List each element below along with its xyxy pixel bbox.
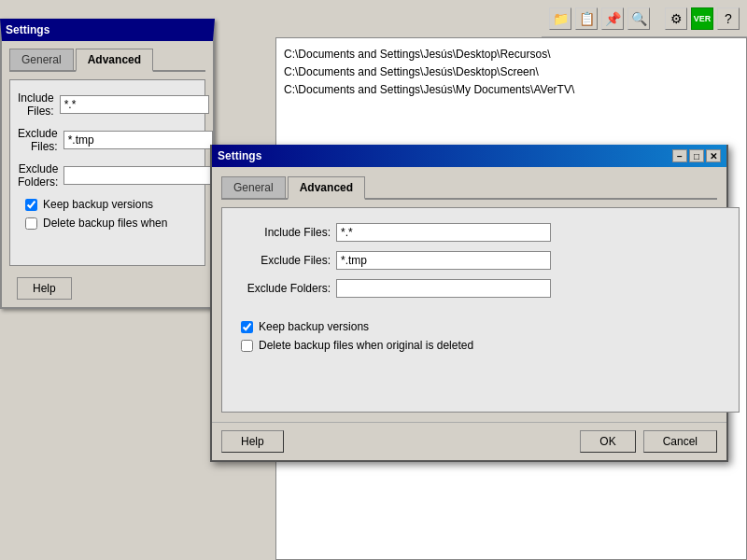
main-keep-backup-checkbox[interactable]	[241, 321, 253, 333]
main-delete-backup-checkbox[interactable]	[241, 340, 253, 352]
main-window-title: Settings	[218, 149, 261, 162]
bg-exclude-folders-row: Exclude Folders:	[18, 162, 197, 189]
main-ok-button[interactable]: OK	[580, 430, 635, 453]
main-tab-content: Include Files: Exclude Files: Exclude Fo…	[221, 207, 740, 413]
bg-keep-backup-checkbox[interactable]	[25, 199, 37, 211]
pin-icon[interactable]: 📌	[601, 7, 624, 30]
bg-tab-general[interactable]: General	[9, 49, 74, 70]
bg-exclude-folders-input[interactable]	[63, 166, 213, 185]
file-path-1: C:\Documents and Settings\Jesús\Desktop\…	[284, 46, 739, 63]
bg-tab-content: Include Files: Exclude Files: Exclude Fo…	[9, 79, 205, 266]
main-cancel-button[interactable]: Cancel	[643, 430, 717, 453]
bg-help-button[interactable]: Help	[17, 277, 72, 300]
bg-tab-advanced[interactable]: Advanced	[76, 49, 153, 72]
bg-tab-bar: General Advanced	[9, 49, 205, 72]
main-exclude-files-input[interactable]	[336, 251, 551, 270]
main-include-files-input[interactable]	[336, 223, 551, 242]
main-exclude-folders-input[interactable]	[336, 279, 551, 298]
main-delete-backup-label: Delete backup files when original is del…	[259, 339, 473, 352]
gear-icon[interactable]: ⚙	[665, 7, 687, 30]
main-exclude-files-row: Exclude Files:	[233, 251, 727, 270]
settings-main-window: Settings − □ ✕ General Advanced Include …	[210, 145, 728, 462]
main-include-files-row: Include Files:	[233, 223, 727, 242]
titlebar-buttons: − □ ✕	[672, 149, 721, 162]
restore-button[interactable]: □	[689, 149, 704, 162]
bg-keep-backup-label: Keep backup versions	[43, 198, 153, 211]
folder-icon[interactable]: 📁	[549, 7, 571, 30]
bg-exclude-files-input[interactable]	[63, 131, 213, 149]
bg-exclude-files-label: Exclude Files:	[18, 127, 63, 153]
main-tab-advanced[interactable]: Advanced	[288, 176, 365, 200]
bg-include-files-row: Include Files:	[18, 91, 197, 118]
main-help-button[interactable]: Help	[221, 430, 284, 453]
toolbar: 📁 📋 📌 🔍 ⚙ VER ?	[542, 0, 747, 37]
settings-background-window: Settings General Advanced Include Files:…	[0, 19, 215, 309]
file-path-3: C:\Documents and Settings\Jesús\My Docum…	[284, 81, 739, 99]
main-tab-general[interactable]: General	[221, 176, 286, 198]
file-path-2: C:\Documents and Settings\Jesús\Desktop\…	[284, 63, 739, 81]
bg-include-files-input[interactable]	[60, 95, 209, 114]
bg-window-title: Settings	[6, 21, 49, 39]
main-titlebar: Settings − □ ✕	[212, 145, 726, 167]
bg-delete-backup-row: Delete backup files when	[25, 217, 197, 230]
file-list-content: C:\Documents and Settings\Jesús\Desktop\…	[276, 38, 746, 107]
search-icon[interactable]: 🔍	[627, 7, 650, 30]
bg-keep-backup-row: Keep backup versions	[25, 198, 197, 211]
main-include-files-label: Include Files:	[233, 226, 336, 239]
copy-icon[interactable]: 📋	[575, 7, 598, 30]
main-tab-bar: General Advanced	[221, 176, 717, 200]
main-exclude-folders-row: Exclude Folders:	[233, 279, 727, 298]
main-exclude-files-label: Exclude Files:	[233, 254, 336, 267]
minimize-button[interactable]: −	[672, 149, 687, 162]
help-icon[interactable]: ?	[717, 7, 740, 30]
main-footer: Help OK Cancel	[212, 422, 726, 460]
main-body: General Advanced Include Files: Exclude …	[212, 167, 726, 422]
settings-bg-body: General Advanced Include Files: Exclude …	[2, 41, 213, 307]
bg-delete-backup-label: Delete backup files when	[43, 217, 167, 230]
bg-exclude-files-row: Exclude Files:	[18, 127, 197, 153]
bg-include-files-label: Include Files:	[18, 91, 60, 118]
ver-icon[interactable]: VER	[691, 7, 713, 30]
bg-delete-backup-checkbox[interactable]	[25, 217, 37, 230]
main-exclude-folders-label: Exclude Folders:	[233, 282, 336, 295]
bg-exclude-folders-label: Exclude Folders:	[18, 162, 63, 189]
main-keep-backup-row: Keep backup versions	[241, 320, 727, 333]
main-keep-backup-label: Keep backup versions	[259, 320, 369, 333]
main-delete-backup-row: Delete backup files when original is del…	[241, 339, 727, 352]
close-button[interactable]: ✕	[706, 149, 721, 162]
